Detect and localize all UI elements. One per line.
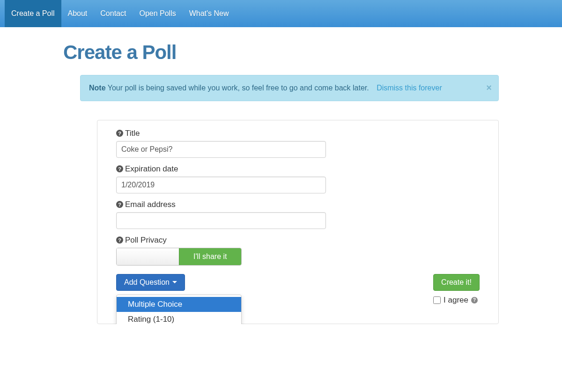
page-title: Create a Poll bbox=[63, 41, 499, 64]
nav-create-poll[interactable]: Create a Poll bbox=[5, 0, 61, 27]
help-icon[interactable]: ? bbox=[116, 165, 123, 172]
add-question-label: Add Question bbox=[124, 278, 170, 287]
chevron-down-icon bbox=[172, 281, 177, 283]
dismiss-forever-link[interactable]: Dismiss this forever bbox=[377, 84, 442, 92]
nav-contact[interactable]: Contact bbox=[94, 0, 133, 27]
expiration-label: Expiration date bbox=[125, 164, 178, 174]
i-agree-label: I agree bbox=[444, 296, 468, 305]
add-question-dropdown: Multiple Choice Rating (1-10) Ranking (1… bbox=[116, 295, 242, 324]
email-input[interactable] bbox=[116, 212, 326, 229]
create-it-button[interactable]: Create it! bbox=[433, 274, 480, 291]
alert-text: Your poll is being saved while you work,… bbox=[108, 84, 369, 92]
help-icon[interactable]: ? bbox=[116, 201, 123, 208]
nav-open-polls[interactable]: Open Polls bbox=[133, 0, 182, 27]
privacy-label: Poll Privacy bbox=[125, 236, 167, 245]
dropdown-multiple-choice[interactable]: Multiple Choice bbox=[117, 297, 241, 312]
title-label: Title bbox=[125, 129, 140, 138]
privacy-option-share[interactable]: I'll share it bbox=[179, 248, 242, 265]
top-navbar: Create a Poll About Contact Open Polls W… bbox=[0, 0, 562, 27]
title-input[interactable] bbox=[116, 141, 326, 158]
help-icon[interactable]: ? bbox=[471, 297, 478, 303]
nav-whats-new[interactable]: What's New bbox=[183, 0, 236, 27]
alert-note-label: Note bbox=[89, 84, 106, 92]
poll-form-panel: ? Title ? Expiration date ? Email addres… bbox=[97, 120, 499, 324]
add-question-button[interactable]: Add Question bbox=[116, 274, 185, 291]
help-icon[interactable]: ? bbox=[116, 130, 123, 137]
nav-about[interactable]: About bbox=[61, 0, 94, 27]
expiration-input[interactable] bbox=[116, 177, 326, 193]
dropdown-rating[interactable]: Rating (1-10) bbox=[117, 312, 241, 324]
info-alert: Note Your poll is being saved while you … bbox=[80, 75, 499, 101]
privacy-option-blank[interactable] bbox=[117, 248, 179, 265]
privacy-toggle[interactable]: I'll share it bbox=[116, 248, 242, 266]
help-icon[interactable]: ? bbox=[116, 237, 123, 244]
email-label: Email address bbox=[125, 200, 176, 209]
i-agree-checkbox[interactable] bbox=[433, 296, 441, 304]
close-icon[interactable]: × bbox=[486, 80, 492, 95]
